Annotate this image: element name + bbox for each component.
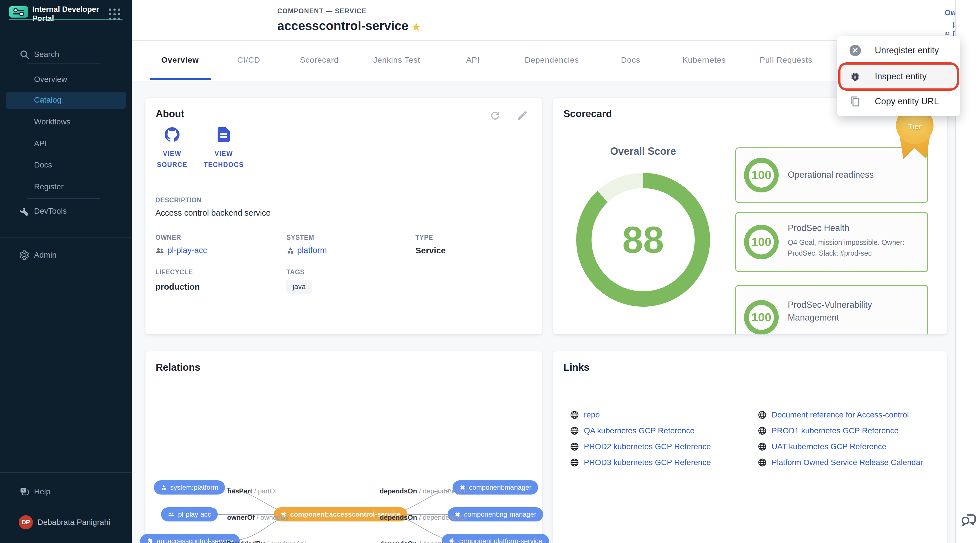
- help-chat-icon: ?: [19, 487, 30, 497]
- lifecycle-field-value: production: [155, 282, 200, 292]
- sidebar-item-devtools[interactable]: DevTools: [0, 203, 132, 219]
- globe-icon: [570, 458, 579, 467]
- svg-text:?: ?: [22, 488, 24, 492]
- tab-api[interactable]: API: [466, 56, 480, 65]
- sidebar-item-workflows[interactable]: Workflows: [0, 114, 132, 130]
- edge-label-dependson-2: dependsOn / dependencyOf: [380, 513, 467, 521]
- globe-icon: [570, 427, 579, 435]
- type-field-value: Service: [415, 246, 446, 256]
- user-name: Debabrata Panigrahi: [37, 518, 110, 527]
- sidebar-item-docs[interactable]: Docs: [0, 157, 132, 173]
- app-title: Internal Developer Portal: [32, 5, 103, 23]
- divider: [27, 64, 100, 64]
- description-label: DESCRIPTION: [155, 196, 202, 204]
- gear-icon: [19, 250, 30, 260]
- system-icon: [161, 484, 167, 491]
- page-title: accesscontrol-service: [277, 19, 408, 33]
- about-card: About VIEW SOURCE VIEW TECHDOCS: [145, 98, 542, 334]
- node-pl-play-acc[interactable]: pl-play-acc: [161, 507, 218, 521]
- relations-card: Relations system:platform pl-play-acc: [145, 351, 542, 543]
- link-uat-kubernetes[interactable]: UAT kubernetes GCP Reference: [758, 442, 886, 451]
- sidebar-item-search[interactable]: Search: [0, 46, 132, 62]
- link-prod1-kubernetes[interactable]: PROD1 kubernetes GCP Reference: [758, 426, 899, 435]
- tab-jenkins-test[interactable]: Jenkins Test: [373, 56, 420, 65]
- menu-item-unregister-entity[interactable]: ✕ Unregister entity: [842, 40, 956, 60]
- api-icon: [147, 538, 153, 543]
- score-badge: 100: [744, 225, 779, 259]
- overall-gauge: 88: [576, 173, 710, 306]
- app-logo[interactable]: [9, 6, 29, 17]
- refresh-icon[interactable]: [489, 110, 501, 122]
- tab-docs[interactable]: Docs: [621, 56, 640, 65]
- link-qa-kubernetes[interactable]: QA kubernetes GCP Reference: [570, 426, 694, 435]
- lifecycle-field-label: LIFECYCLE: [155, 268, 193, 276]
- overall-score-label: Overall Score: [610, 145, 676, 157]
- menu-item-copy-entity-url[interactable]: Copy entity URL: [842, 91, 956, 112]
- sidebar-user[interactable]: DP Debabrata Panigrahi: [0, 514, 132, 530]
- link-release-calendar[interactable]: Platform Owned Service Release Calendar: [758, 458, 923, 467]
- view-techdocs-button[interactable]: VIEW TECHDOCS: [201, 127, 247, 170]
- sidebar-search-label: Search: [34, 50, 59, 59]
- breadcrumb: COMPONENT — SERVICE: [277, 7, 366, 15]
- tab-dependencies[interactable]: Dependencies: [525, 56, 579, 65]
- edge-label-apiprovidedby: apiProvidedBy / providesApi: [217, 540, 306, 543]
- globe-icon: [758, 411, 767, 419]
- sidebar-item-api[interactable]: API: [0, 136, 132, 152]
- wrench-icon: [19, 206, 30, 216]
- sidebar: Internal Developer Portal Search Overvie…: [0, 0, 132, 543]
- sliders-logo-icon: [12, 8, 25, 16]
- docs-icon: [217, 127, 230, 142]
- tab-kubernetes[interactable]: Kubernetes: [682, 56, 725, 65]
- links-title: Links: [563, 362, 589, 373]
- tags-field-label: TAGS: [286, 268, 305, 276]
- divider: [0, 472, 132, 473]
- description-value: Access control backend service: [155, 208, 270, 218]
- tab-pull-requests[interactable]: Pull Requests: [760, 56, 812, 65]
- copy-icon: [850, 96, 861, 107]
- owner-field-link[interactable]: pl-play-acc: [155, 246, 207, 255]
- scorecard-item-prodsec-health[interactable]: 100 ProdSec Health Q4 Goal, mission impo…: [735, 212, 928, 272]
- sidebar-item-register[interactable]: Register: [0, 179, 132, 195]
- owner-field-label: OWNER: [155, 234, 181, 241]
- tab-overview[interactable]: Overview: [161, 56, 199, 65]
- tag-chip[interactable]: java: [286, 280, 312, 294]
- system-icon: [286, 246, 294, 254]
- edit-pencil-icon[interactable]: [516, 110, 528, 122]
- about-title: About: [156, 108, 184, 119]
- edge-label-ownerof: ownerOf / ownedBy: [227, 513, 288, 521]
- active-tab-indicator: [150, 78, 211, 80]
- group-icon: [168, 512, 175, 517]
- link-prod2-kubernetes[interactable]: PROD2 kubernetes GCP Reference: [570, 442, 711, 451]
- sidebar-item-help[interactable]: ? Help: [0, 484, 132, 500]
- view-source-button[interactable]: VIEW SOURCE: [150, 127, 195, 170]
- link-repo[interactable]: repo: [570, 410, 600, 419]
- scorecard-card: Scorecard Tier Overall Score 88 100 Oper…: [553, 98, 947, 334]
- sidebar-item-overview[interactable]: Overview: [0, 71, 132, 87]
- link-document-reference[interactable]: Document reference for Access-control: [758, 410, 909, 419]
- divider: [0, 238, 132, 238]
- search-icon: [19, 49, 30, 60]
- links-card: Links repo QA kubernetes GCP Reference P…: [553, 351, 947, 543]
- scorecard-item-prodsec-vulnerability[interactable]: 100 ProdSec-Vulnerability Management: [735, 285, 928, 334]
- tab-scorecard[interactable]: Scorecard: [300, 56, 339, 65]
- cancel-circle-icon: ✕: [850, 45, 861, 56]
- sidebar-item-catalog[interactable]: Catalog: [6, 92, 126, 109]
- globe-icon: [758, 442, 767, 451]
- system-field-label: SYSTEM: [286, 234, 314, 241]
- app-root: Internal Developer Portal Search Overvie…: [0, 0, 980, 543]
- feedback-chat-icon[interactable]: [959, 510, 978, 528]
- globe-icon: [570, 442, 579, 451]
- tab-cicd[interactable]: CI/CD: [237, 56, 260, 65]
- group-icon: [155, 247, 164, 254]
- score-badge: 100: [744, 300, 779, 334]
- link-prod3-kubernetes[interactable]: PROD3 kubernetes GCP Reference: [570, 458, 711, 467]
- sidebar-accent-divider: [9, 19, 123, 19]
- globe-icon: [758, 458, 767, 467]
- node-system-platform[interactable]: system:platform: [154, 480, 225, 495]
- menu-item-inspect-entity[interactable]: Inspect entity: [842, 66, 956, 87]
- divider: [27, 198, 100, 199]
- sidebar-item-admin[interactable]: Admin: [0, 247, 132, 263]
- avatar: DP: [19, 515, 33, 529]
- system-field-link[interactable]: platform: [286, 246, 327, 255]
- favorite-star-icon[interactable]: ★: [411, 21, 422, 33]
